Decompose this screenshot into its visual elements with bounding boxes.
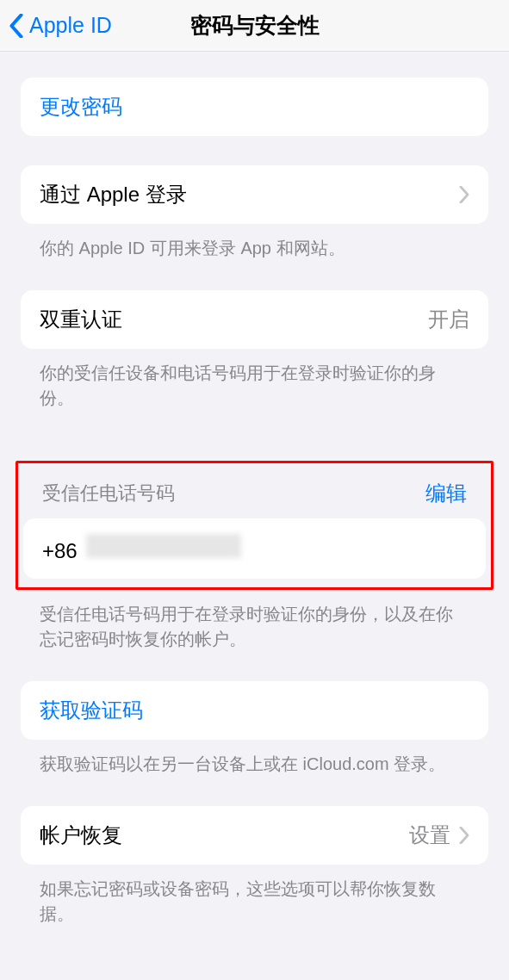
chevron-right-icon (459, 827, 469, 844)
phone-country-code: +86 (42, 539, 78, 563)
row-get-code[interactable]: 获取验证码 (21, 681, 488, 740)
account-recovery-value: 设置 (409, 822, 450, 849)
row-two-factor[interactable]: 双重认证 开启 (21, 290, 488, 349)
group-trusted-phone: 受信任电话号码 编辑 +86 受信任电话号码用于在登录时验证你的身份，以及在你忘… (21, 461, 488, 652)
phone-number-redacted (86, 534, 241, 558)
highlight-box: 受信任电话号码 编辑 +86 (16, 461, 493, 590)
sign-in-apple-label: 通过 Apple 登录 (40, 181, 187, 208)
row-sign-in-apple[interactable]: 通过 Apple 登录 (21, 165, 488, 224)
chevron-right-icon (459, 186, 469, 203)
two-factor-footer: 你的受信任设备和电话号码用于在登录时验证你的身份。 (21, 349, 488, 411)
back-button[interactable]: Apple ID (0, 13, 112, 38)
get-code-label: 获取验证码 (40, 697, 143, 724)
change-password-label: 更改密码 (40, 93, 122, 121)
group-two-factor: 双重认证 开启 你的受信任设备和电话号码用于在登录时验证你的身份。 (21, 290, 488, 411)
group-change-password: 更改密码 (21, 78, 488, 136)
account-recovery-footer: 如果忘记密码或设备密码，这些选项可以帮你恢复数据。 (21, 865, 488, 927)
trusted-phone-edit-button[interactable]: 编辑 (425, 480, 467, 507)
back-label: Apple ID (29, 13, 112, 38)
trusted-phone-header: 受信任电话号码 (42, 481, 175, 506)
sign-in-apple-footer: 你的 Apple ID 可用来登录 App 和网站。 (21, 224, 488, 261)
two-factor-value: 开启 (428, 306, 469, 333)
group-account-recovery: 帐户恢复 设置 如果忘记密码或设备密码，这些选项可以帮你恢复数据。 (21, 806, 488, 927)
group-get-code: 获取验证码 获取验证码以在另一台设备上或在 iCloud.com 登录。 (21, 681, 488, 777)
row-change-password[interactable]: 更改密码 (21, 78, 488, 136)
group-sign-in-apple: 通过 Apple 登录 你的 Apple ID 可用来登录 App 和网站。 (21, 165, 488, 261)
trusted-phone-footer: 受信任电话号码用于在登录时验证你的身份，以及在你忘记密码时恢复你的帐户。 (21, 590, 488, 652)
nav-header: Apple ID 密码与安全性 (0, 0, 509, 52)
account-recovery-label: 帐户恢复 (40, 822, 122, 849)
row-account-recovery[interactable]: 帐户恢复 设置 (21, 806, 488, 865)
row-trusted-phone[interactable]: +86 (23, 518, 486, 579)
two-factor-label: 双重认证 (40, 306, 122, 333)
chevron-left-icon (9, 14, 24, 38)
get-code-footer: 获取验证码以在另一台设备上或在 iCloud.com 登录。 (21, 740, 488, 777)
